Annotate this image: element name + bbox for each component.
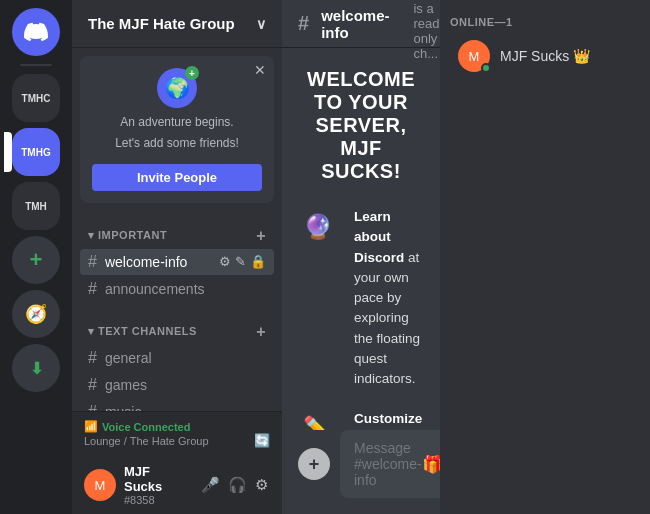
important-label: ▾ IMPORTANT — [88, 229, 167, 242]
lock-icon[interactable]: 🔒 — [250, 254, 266, 269]
channel-name-welcome-info: welcome-info — [105, 254, 187, 270]
main-content: # welcome-info This is a read-only ch...… — [282, 0, 440, 514]
channel-item-music[interactable]: # music — [80, 399, 274, 411]
welcome-title: WELCOME TO YOUR SERVER, MJF SUCKS! — [298, 68, 424, 183]
channel-name-announcements: announcements — [105, 281, 205, 297]
voice-connected-status: 📶 Voice Connected — [84, 420, 270, 433]
user-avatar: M — [84, 469, 116, 501]
important-add-button[interactable]: + — [256, 227, 266, 245]
server-item-tmhg[interactable]: TMHG — [12, 128, 60, 176]
message-placeholder: Message #welcome-info — [354, 440, 422, 488]
channel-hash-icon: # — [88, 349, 97, 367]
channel-header-hash-icon: # — [298, 12, 309, 35]
learn-icon: 🔮 — [298, 207, 338, 247]
explore-button[interactable]: 🧭 — [12, 290, 60, 338]
channel-name-music: music — [105, 404, 142, 411]
sidebar-content: ✕ 🌍 + An adventure begins. Let's add som… — [72, 48, 282, 411]
text-channels-section-header[interactable]: ▾ TEXT CHANNELS + — [80, 323, 274, 345]
add-attachment-button[interactable]: + — [298, 448, 330, 480]
voice-connected-channel-name: Lounge / The Hate Group — [84, 435, 209, 447]
user-controls: 🎤 🎧 ⚙ — [199, 474, 270, 496]
voice-connected-refresh-icon[interactable]: 🔄 — [254, 433, 270, 448]
server-list: TMHC TMHG TMH + 🧭 ⬇ — [0, 0, 72, 514]
online-status-dot — [481, 63, 491, 73]
voice-connected-bar: 📶 Voice Connected Lounge / The Hate Grou… — [72, 411, 282, 456]
discord-icon[interactable] — [12, 8, 60, 56]
message-input-bar: + Message #welcome-info 🎁 GIF 😊 — [282, 430, 440, 514]
important-section: ▾ IMPORTANT + # welcome-info ⚙ ✎ 🔒 # ann… — [72, 211, 282, 307]
voice-connected-channel: Lounge / The Hate Group 🔄 — [84, 433, 270, 448]
member-avatar-mjf: M — [458, 40, 490, 72]
channel-action-icons: ⚙ ✎ 🔒 — [219, 254, 266, 269]
server-header-chevron-icon: ∨ — [256, 16, 266, 32]
welcome-item-learn: 🔮 Learn about Discord at your own pace b… — [298, 207, 424, 389]
download-button[interactable]: ⬇ — [12, 344, 60, 392]
invite-card: ✕ 🌍 + An adventure begins. Let's add som… — [80, 56, 274, 203]
user-settings-button[interactable]: ⚙ — [253, 474, 270, 496]
customize-icon: ✏️ — [298, 409, 338, 430]
server-header[interactable]: The MJF Hate Group ∨ — [72, 0, 282, 48]
member-item-mjf[interactable]: M MJF Sucks 👑 — [450, 36, 640, 76]
server-name: The MJF Hate Group — [88, 15, 235, 32]
avatar-icon: 🌍 — [165, 76, 190, 100]
online-section-header: ONLINE—1 — [450, 16, 640, 28]
app: TMHC TMHG TMH + 🧭 ⬇ The MJF Hate Group ∨… — [0, 0, 650, 514]
channel-hash-icon: # — [88, 376, 97, 394]
customize-bold: Customize your server — [354, 411, 422, 430]
channel-name-general: general — [105, 350, 152, 366]
invite-avatar-plus-icon: + — [185, 66, 199, 80]
deafen-button[interactable]: 🎧 — [226, 474, 249, 496]
active-indicator — [4, 132, 12, 172]
invite-avatar: 🌍 + — [157, 68, 197, 108]
user-info: MJF Sucks #8358 — [124, 464, 191, 506]
invite-card-title: An adventure begins. — [92, 114, 262, 131]
user-panel: M MJF Sucks #8358 🎤 🎧 ⚙ — [72, 456, 282, 514]
customize-text: Customize your server with an awesome na… — [354, 409, 424, 430]
invite-card-close-button[interactable]: ✕ — [254, 62, 266, 78]
server-item-tmh[interactable]: TMH — [12, 182, 60, 230]
channel-name-games: games — [105, 377, 147, 393]
right-sidebar: ONLINE—1 M MJF Sucks 👑 — [440, 0, 650, 514]
mute-button[interactable]: 🎤 — [199, 474, 222, 496]
learn-text: Learn about Discord at your own pace by … — [354, 207, 424, 389]
invite-card-subtitle: Let's add some friends! — [92, 135, 262, 152]
messages-area: WELCOME TO YOUR SERVER, MJF SUCKS! 🔮 Lea… — [282, 48, 440, 430]
important-section-header[interactable]: ▾ IMPORTANT + — [80, 227, 274, 249]
channel-hash-icon: # — [88, 280, 97, 298]
server-divider — [20, 64, 52, 66]
channel-hash-icon: # — [88, 253, 97, 271]
channel-header: # welcome-info This is a read-only ch...… — [282, 0, 440, 48]
add-server-button[interactable]: + — [12, 236, 60, 284]
channel-item-games[interactable]: # games — [80, 372, 274, 398]
invite-people-button[interactable]: Invite People — [92, 164, 262, 191]
channel-hash-icon: # — [88, 403, 97, 411]
username: MJF Sucks — [124, 464, 191, 494]
tmhg-icon[interactable]: TMHG — [12, 128, 60, 176]
channel-sidebar: The MJF Hate Group ∨ ✕ 🌍 + An adventure … — [72, 0, 282, 514]
server-item-discord[interactable] — [12, 8, 60, 56]
text-channels-section: ▾ TEXT CHANNELS + # general # games # mu… — [72, 307, 282, 411]
channel-item-general[interactable]: # general — [80, 345, 274, 371]
member-name-mjf: MJF Sucks 👑 — [500, 48, 590, 64]
voice-connected-label: Voice Connected — [102, 421, 190, 433]
voice-connected-icon: 📶 — [84, 420, 98, 433]
text-channels-add-button[interactable]: + — [256, 323, 266, 341]
server-item-tmhc[interactable]: TMHC — [12, 74, 60, 122]
online-section: ONLINE—1 M MJF Sucks 👑 — [440, 0, 650, 84]
learn-bold: Learn about Discord — [354, 209, 404, 265]
tmh-icon[interactable]: TMH — [12, 182, 60, 230]
settings-icon[interactable]: ⚙ — [219, 254, 231, 269]
channel-item-announcements[interactable]: # announcements — [80, 276, 274, 302]
text-channels-label: ▾ TEXT CHANNELS — [88, 325, 197, 338]
tmhc-icon[interactable]: TMHC — [12, 74, 60, 122]
user-tag: #8358 — [124, 494, 191, 506]
channel-item-welcome-info[interactable]: # welcome-info ⚙ ✎ 🔒 — [80, 249, 274, 275]
edit-icon[interactable]: ✎ — [235, 254, 246, 269]
welcome-item-customize: ✏️ Customize your server with an awesome… — [298, 409, 424, 430]
channel-header-name: welcome-info — [321, 7, 389, 41]
